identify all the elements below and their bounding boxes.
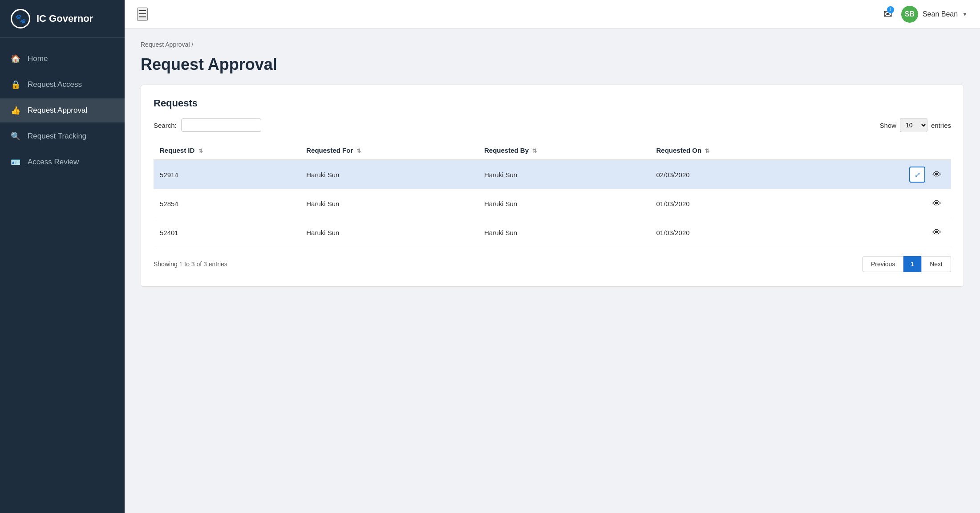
current-page: 1	[903, 256, 921, 272]
user-menu[interactable]: SB Sean Bean ▼	[901, 6, 968, 23]
chevron-down-icon: ▼	[962, 11, 968, 17]
search-group: Search:	[154, 118, 261, 132]
breadcrumb: Request Approval /	[141, 41, 964, 48]
previous-button[interactable]: Previous	[863, 256, 903, 272]
mail-badge: 1	[887, 6, 894, 13]
sidebar-item-label: Home	[28, 54, 48, 63]
show-label: Show	[879, 122, 896, 129]
request-access-icon: 🔒	[11, 80, 20, 90]
hamburger-button[interactable]: ☰	[137, 8, 148, 21]
col-requested-for: Requested For ⇅	[300, 141, 478, 160]
breadcrumb-link[interactable]: Request Approval	[141, 41, 190, 48]
card-title: Requests	[154, 98, 951, 109]
sidebar-navigation: 🏠 Home🔒 Request Access👍 Request Approval…	[0, 38, 125, 183]
sidebar-item-request-tracking[interactable]: 🔍 Request Tracking	[0, 124, 125, 148]
content-area: Request Approval / Request Approval Requ…	[125, 28, 980, 513]
username: Sean Bean	[923, 10, 958, 18]
cell-requested-by: Haruki Sun	[478, 218, 650, 247]
sidebar-logo: 🐾 IC Governor	[0, 0, 125, 38]
cell-requested-by: Haruki Sun	[478, 189, 650, 218]
sidebar-item-access-review[interactable]: 🪪 Access Review	[0, 150, 125, 174]
logo-paw-icon: 🐾	[15, 13, 26, 24]
view-button[interactable]: 👁	[929, 224, 945, 240]
sort-icon-request-id[interactable]: ⇅	[198, 148, 203, 154]
sidebar-item-label: Request Access	[28, 80, 82, 89]
requests-table: Request ID ⇅ Requested For ⇅ Requested B…	[154, 141, 951, 247]
entries-info: Showing 1 to 3 of 3 entries	[154, 261, 227, 268]
cell-request-id: 52914	[154, 160, 300, 189]
cell-requested-on: 02/03/2020	[650, 160, 824, 189]
cell-request-id: 52854	[154, 189, 300, 218]
header-right: ✉ 1 SB Sean Bean ▼	[883, 6, 968, 23]
view-button[interactable]: 👁	[929, 167, 945, 183]
cell-requested-on: 01/03/2020	[650, 189, 824, 218]
view-button[interactable]: 👁	[929, 195, 945, 212]
cell-requested-for: Haruki Sun	[300, 160, 478, 189]
col-requested-by: Requested By ⇅	[478, 141, 650, 160]
request-tracking-icon: 🔍	[11, 131, 20, 141]
main-wrapper: ☰ ✉ 1 SB Sean Bean ▼ Request Approval / …	[125, 0, 980, 513]
table-controls: Search: Show 10 25 50 100 entries	[154, 118, 951, 132]
header: ☰ ✉ 1 SB Sean Bean ▼	[125, 0, 980, 28]
avatar: SB	[901, 6, 918, 23]
next-button[interactable]: Next	[921, 256, 951, 272]
table-row: 52401 Haruki Sun Haruki Sun 01/03/2020 👁	[154, 218, 951, 247]
sidebar-item-request-access[interactable]: 🔒 Request Access	[0, 73, 125, 97]
table-footer: Showing 1 to 3 of 3 entries Previous 1 N…	[154, 256, 951, 272]
sidebar-item-home[interactable]: 🏠 Home	[0, 47, 125, 71]
cell-actions: ⤢ 👁	[824, 160, 951, 189]
request-approval-icon: 👍	[11, 106, 20, 115]
mail-button[interactable]: ✉ 1	[883, 8, 892, 20]
table-header-row: Request ID ⇅ Requested For ⇅ Requested B…	[154, 141, 951, 160]
show-entries-group: Show 10 25 50 100 entries	[879, 118, 951, 132]
sort-icon-requested-for[interactable]: ⇅	[356, 148, 361, 154]
cell-actions: 👁	[824, 218, 951, 247]
entries-label: entries	[931, 122, 951, 129]
sidebar-item-label: Request Approval	[28, 106, 87, 115]
breadcrumb-separator: /	[191, 41, 193, 48]
col-request-id: Request ID ⇅	[154, 141, 300, 160]
home-icon: 🏠	[11, 54, 20, 64]
cell-request-id: 52401	[154, 218, 300, 247]
search-label: Search:	[154, 122, 177, 129]
col-requested-on: Requested On ⇅	[650, 141, 824, 160]
access-review-icon: 🪪	[11, 157, 20, 167]
sidebar-item-request-approval[interactable]: 👍 Request Approval	[0, 98, 125, 122]
compress-button[interactable]: ⤢	[909, 167, 925, 183]
search-input[interactable]	[181, 118, 261, 132]
logo-text: IC Governor	[36, 13, 93, 24]
page-title: Request Approval	[141, 55, 964, 74]
sort-icon-requested-on[interactable]: ⇅	[705, 148, 709, 154]
sort-icon-requested-by[interactable]: ⇅	[532, 148, 537, 154]
logo-icon: 🐾	[11, 9, 30, 28]
col-actions	[824, 141, 951, 160]
requests-card: Requests Search: Show 10 25 50 100 entri…	[141, 85, 964, 287]
cell-requested-by: Haruki Sun	[478, 160, 650, 189]
cell-requested-for: Haruki Sun	[300, 218, 478, 247]
sidebar: 🐾 IC Governor 🏠 Home🔒 Request Access👍 Re…	[0, 0, 125, 513]
cell-requested-for: Haruki Sun	[300, 189, 478, 218]
cell-actions: 👁	[824, 189, 951, 218]
cell-requested-on: 01/03/2020	[650, 218, 824, 247]
sidebar-item-label: Access Review	[28, 158, 79, 167]
pagination: Previous 1 Next	[863, 256, 951, 272]
table-row: 52914 Haruki Sun Haruki Sun 02/03/2020 ⤢…	[154, 160, 951, 189]
entries-select[interactable]: 10 25 50 100	[900, 118, 927, 132]
table-row: 52854 Haruki Sun Haruki Sun 01/03/2020 👁	[154, 189, 951, 218]
sidebar-item-label: Request Tracking	[28, 132, 86, 141]
